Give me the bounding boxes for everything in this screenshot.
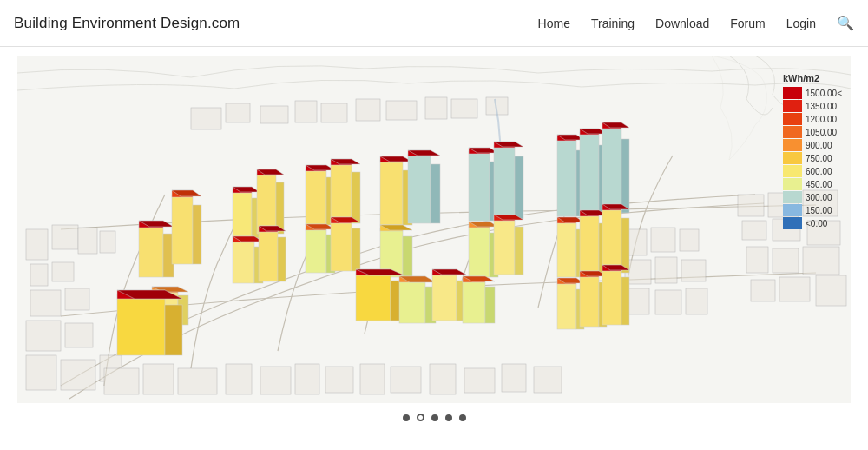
legend-color-swatch: [783, 217, 802, 229]
legend-bar: 1500.00<1350.001200.001050.00900.00750.0…: [783, 87, 842, 230]
legend-label: 1350.00: [806, 102, 837, 111]
svg-rect-178: [432, 273, 457, 321]
legend-item: 1050.00: [783, 126, 842, 138]
main-nav: Home Training Download Forum Login 🔍: [538, 15, 854, 31]
svg-rect-167: [621, 277, 629, 325]
search-icon[interactable]: 🔍: [837, 15, 854, 31]
legend-item: 900.00: [783, 139, 842, 151]
legend-color-swatch: [783, 204, 802, 216]
legend-item: 600.00: [783, 165, 842, 177]
svg-rect-143: [621, 139, 629, 213]
nav-forum[interactable]: Forum: [730, 17, 765, 30]
svg-rect-170: [356, 273, 391, 321]
svg-rect-94: [331, 162, 352, 223]
legend-color-swatch: [783, 152, 802, 164]
pagination-dot[interactable]: [403, 414, 410, 421]
legend-label: 150.00: [806, 206, 832, 215]
legend-color-swatch: [783, 87, 802, 99]
legend-label: 300.00: [806, 193, 832, 202]
svg-rect-123: [515, 156, 523, 219]
pagination-dots: [403, 414, 466, 421]
legend-color-swatch: [783, 113, 802, 125]
svg-rect-115: [403, 236, 412, 277]
svg-rect-130: [494, 218, 515, 275]
legend-color-swatch: [783, 126, 802, 138]
legend-color-swatch: [783, 100, 802, 112]
nav-login[interactable]: Login: [786, 17, 816, 30]
svg-rect-63: [193, 205, 201, 264]
svg-rect-106: [380, 160, 403, 225]
svg-rect-174: [399, 280, 425, 323]
legend-label: 900.00: [806, 141, 832, 150]
svg-rect-158: [557, 281, 576, 329]
svg-rect-110: [408, 154, 431, 223]
svg-rect-154: [602, 208, 621, 273]
svg-rect-134: [557, 138, 576, 216]
site-title: Building Environment Design.com: [14, 15, 240, 32]
pagination-dot[interactable]: [445, 414, 452, 421]
legend-item: 1200.00: [783, 113, 842, 125]
legend-color-swatch: [783, 165, 802, 177]
legend-item: 750.00: [783, 152, 842, 164]
legend-color-swatch: [783, 178, 802, 190]
pagination-dot[interactable]: [417, 414, 424, 421]
visualization-container: kWh/m2 1500.00<1350.001200.001050.00900.…: [17, 56, 851, 403]
nav-download[interactable]: Download: [655, 17, 709, 30]
legend-item: 450.00: [783, 178, 842, 190]
svg-rect-71: [165, 305, 182, 355]
svg-rect-82: [233, 240, 254, 283]
legend-label: 1200.00: [806, 115, 837, 124]
svg-rect-142: [602, 126, 621, 213]
legend-color-swatch: [783, 191, 802, 203]
legend-label: 1050.00: [806, 128, 837, 137]
legend-label: 450.00: [806, 180, 832, 189]
svg-rect-62: [172, 195, 193, 264]
legend-label: 600.00: [806, 167, 832, 176]
svg-rect-122: [494, 145, 515, 219]
legend-title: kWh/m2: [783, 73, 819, 83]
legend-color-swatch: [783, 139, 802, 151]
svg-rect-138: [580, 132, 599, 215]
svg-rect-162: [580, 275, 599, 327]
svg-rect-74: [233, 190, 252, 238]
legend-label: <0.00: [806, 219, 827, 228]
svg-rect-146: [557, 221, 576, 277]
pagination-dot[interactable]: [431, 414, 438, 421]
main-content: kWh/m2 1500.00<1350.001200.001050.00900.…: [0, 47, 868, 450]
svg-rect-182: [463, 280, 485, 323]
legend: kWh/m2 1500.00<1350.001200.001050.00900.…: [783, 73, 842, 230]
svg-rect-103: [352, 228, 360, 271]
svg-rect-118: [469, 151, 490, 221]
svg-rect-58: [139, 225, 163, 277]
svg-rect-95: [352, 172, 360, 223]
svg-rect-150: [580, 214, 599, 275]
svg-rect-87: [278, 237, 286, 281]
legend-item: 1350.00: [783, 100, 842, 112]
legend-item: 300.00: [783, 191, 842, 203]
svg-rect-166: [602, 268, 621, 325]
svg-rect-102: [331, 221, 352, 271]
svg-rect-111: [431, 164, 440, 223]
legend-item: 150.00: [783, 204, 842, 216]
svg-rect-90: [306, 169, 326, 225]
legend-label: 1500.00<: [806, 89, 842, 98]
legend-label: 750.00: [806, 154, 832, 163]
svg-rect-98: [306, 228, 326, 273]
nav-training[interactable]: Training: [591, 17, 635, 30]
svg-rect-126: [469, 225, 490, 277]
svg-rect-78: [257, 173, 276, 234]
svg-rect-70: [117, 294, 165, 355]
pagination-dot[interactable]: [459, 414, 466, 421]
svg-rect-131: [515, 227, 523, 275]
legend-item: 1500.00<: [783, 87, 842, 99]
svg-rect-155: [621, 218, 629, 273]
energy-buildings-overlay: [17, 56, 851, 403]
svg-rect-86: [259, 229, 278, 281]
svg-rect-183: [485, 287, 495, 323]
nav-home[interactable]: Home: [538, 17, 570, 30]
legend-item: <0.00: [783, 217, 842, 229]
